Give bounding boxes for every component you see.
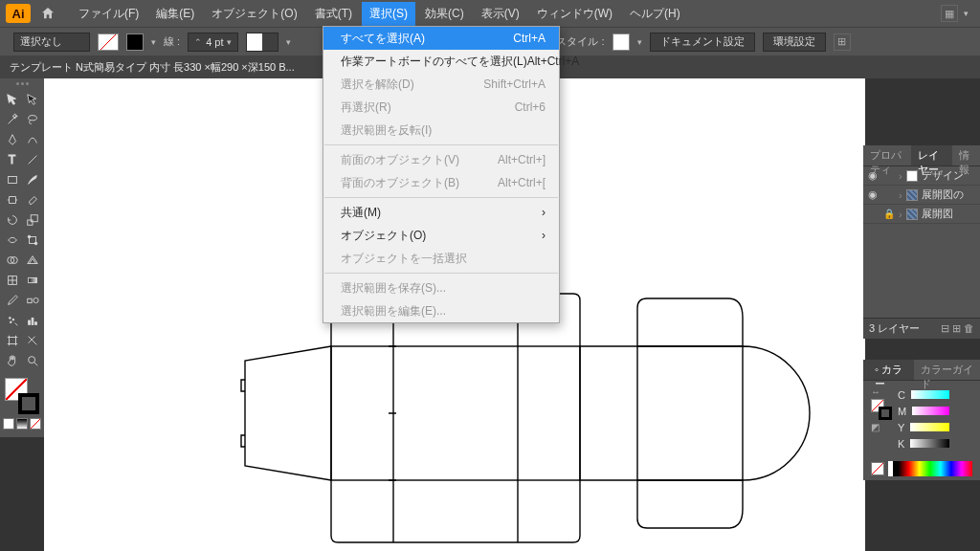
menu-file[interactable]: ファイル(F) bbox=[71, 2, 146, 26]
shape-builder-tool-icon[interactable] bbox=[3, 251, 22, 270]
menu-effect[interactable]: 効果(C) bbox=[417, 2, 472, 26]
menu-item[interactable]: 共通(M) bbox=[323, 201, 559, 224]
menu-edit[interactable]: 編集(E) bbox=[148, 2, 202, 26]
color-sync-icon[interactable]: ↔ bbox=[871, 386, 892, 397]
tab-color-guide[interactable]: カラーガイド bbox=[914, 360, 980, 380]
hand-tool-icon[interactable] bbox=[3, 351, 22, 370]
eyedropper-tool-icon[interactable] bbox=[3, 291, 22, 310]
menu-item: 選択範囲を編集(E)... bbox=[323, 299, 559, 322]
style-swatch[interactable] bbox=[612, 33, 630, 51]
slider-c[interactable] bbox=[911, 390, 949, 399]
fill-stroke-control[interactable] bbox=[3, 376, 41, 416]
line-tool-icon[interactable] bbox=[23, 150, 42, 169]
visibility-icon[interactable]: ◉ bbox=[866, 188, 880, 201]
none-swatch-icon[interactable] bbox=[871, 462, 884, 475]
channel-m-label: M bbox=[898, 406, 906, 417]
slider-m[interactable] bbox=[912, 407, 949, 415]
none-mode-icon[interactable] bbox=[30, 418, 41, 430]
spectrum-strip[interactable] bbox=[888, 461, 972, 476]
selection-type-dropdown[interactable]: 選択なし bbox=[13, 33, 90, 52]
layers-panel: プロパティ レイヤー 情報 ◉ › デザイン◉ › 展開図の 🔒 › 展開図 3… bbox=[863, 145, 980, 339]
menu-item: 選択範囲を保存(S)... bbox=[323, 276, 559, 299]
mesh-tool-icon[interactable] bbox=[3, 271, 22, 290]
layer-name: デザイン bbox=[922, 168, 977, 183]
type-tool-icon[interactable]: T bbox=[3, 150, 22, 169]
menu-object[interactable]: オブジェクト(O) bbox=[204, 2, 304, 26]
app-logo[interactable]: Ai bbox=[6, 4, 31, 23]
svg-point-22 bbox=[28, 357, 34, 364]
svg-rect-13 bbox=[27, 298, 31, 302]
gradient-mode-icon[interactable] bbox=[16, 418, 28, 430]
rectangle-tool-icon[interactable] bbox=[3, 170, 22, 189]
menu-view[interactable]: 表示(V) bbox=[474, 2, 527, 26]
stroke-swatch[interactable] bbox=[126, 33, 144, 51]
menu-item: オブジェクトを一括選択 bbox=[323, 247, 559, 270]
slice-tool-icon[interactable] bbox=[23, 331, 42, 350]
artboard-tool-icon[interactable] bbox=[3, 331, 22, 350]
layer-count: 3 レイヤー bbox=[869, 321, 920, 336]
direct-selection-tool-icon[interactable] bbox=[23, 90, 42, 109]
magic-wand-tool-icon[interactable] bbox=[3, 110, 22, 129]
layer-swatch bbox=[906, 189, 918, 201]
paintbrush-tool-icon[interactable] bbox=[23, 170, 42, 189]
home-icon[interactable] bbox=[36, 4, 59, 23]
lock-icon[interactable]: 🔒 bbox=[883, 209, 895, 219]
cube-icon[interactable]: ◩ bbox=[871, 422, 892, 432]
tab-properties[interactable]: プロパティ bbox=[863, 145, 911, 165]
free-transform-tool-icon[interactable] bbox=[23, 231, 42, 250]
chevron-down-icon[interactable]: ▾ bbox=[964, 9, 969, 18]
gradient-tool-icon[interactable] bbox=[23, 271, 42, 290]
layer-name: 展開図 bbox=[922, 207, 977, 221]
shaper-tool-icon[interactable] bbox=[3, 190, 22, 209]
selection-tool-icon[interactable] bbox=[3, 90, 22, 109]
tab-color[interactable]: ◦ カラー bbox=[863, 360, 914, 380]
align-icon[interactable]: ⊞ bbox=[834, 33, 851, 51]
eraser-tool-icon[interactable] bbox=[23, 190, 42, 209]
panel-grip[interactable] bbox=[3, 82, 41, 88]
slider-k[interactable] bbox=[910, 439, 949, 448]
svg-text:T: T bbox=[8, 153, 15, 166]
svg-point-0 bbox=[28, 116, 36, 121]
stroke-profile-dropdown[interactable] bbox=[246, 33, 278, 52]
svg-rect-21 bbox=[9, 338, 15, 344]
layers-footer-icons[interactable]: ⊟ ⊞ 🗑 bbox=[941, 322, 974, 335]
menu-type[interactable]: 書式(T) bbox=[307, 2, 360, 26]
menu-help[interactable]: ヘルプ(H) bbox=[622, 2, 688, 26]
stroke-weight-field[interactable]: ⌃4 pt▾ bbox=[188, 33, 238, 52]
menu-item[interactable]: オブジェクト(O) bbox=[323, 224, 559, 247]
pen-tool-icon[interactable] bbox=[3, 130, 22, 149]
layer-row[interactable]: ◉ › 展開図の bbox=[863, 186, 980, 205]
fill-swatch[interactable] bbox=[98, 33, 119, 51]
visibility-icon[interactable]: ◉ bbox=[866, 169, 880, 182]
menu-window[interactable]: ウィンドウ(W) bbox=[529, 2, 620, 26]
color-fill-stroke[interactable] bbox=[871, 399, 892, 420]
workspace-switcher-icon[interactable]: ▦ bbox=[941, 5, 958, 22]
menu-item: 再選択(R)Ctrl+6 bbox=[323, 96, 559, 119]
document-setup-button[interactable]: ドキュメント設定 bbox=[650, 33, 755, 52]
zoom-tool-icon[interactable] bbox=[23, 351, 42, 370]
blend-tool-icon[interactable] bbox=[23, 291, 42, 310]
tab-info[interactable]: 情報 bbox=[952, 145, 980, 165]
rotate-tool-icon[interactable] bbox=[3, 210, 22, 230]
menu-item[interactable]: すべてを選択(A)Ctrl+A bbox=[323, 27, 559, 50]
menu-select[interactable]: 選択(S) bbox=[362, 2, 415, 26]
tab-layers[interactable]: レイヤー bbox=[911, 145, 952, 165]
preferences-button[interactable]: 環境設定 bbox=[763, 33, 826, 52]
width-tool-icon[interactable] bbox=[3, 231, 22, 250]
column-graph-tool-icon[interactable] bbox=[23, 311, 42, 330]
color-mode-icon[interactable] bbox=[3, 418, 14, 430]
symbol-sprayer-tool-icon[interactable] bbox=[3, 311, 22, 330]
select-menu-dropdown: すべてを選択(A)Ctrl+A作業アートボードのすべてを選択(L)Alt+Ctr… bbox=[323, 26, 560, 323]
layer-swatch bbox=[906, 209, 918, 220]
stroke-color-icon[interactable] bbox=[18, 393, 39, 414]
stroke-label: 線 : bbox=[164, 34, 180, 49]
layer-row[interactable]: 🔒 › 展開図 bbox=[863, 205, 980, 224]
scale-tool-icon[interactable] bbox=[23, 210, 42, 230]
perspective-grid-tool-icon[interactable] bbox=[23, 251, 42, 270]
svg-point-17 bbox=[10, 321, 11, 323]
lasso-tool-icon[interactable] bbox=[23, 110, 42, 129]
color-panel: ◦ カラー カラーガイド ↔ ◩ C M Y K bbox=[863, 360, 980, 480]
slider-y[interactable] bbox=[910, 423, 949, 431]
menu-item[interactable]: 作業アートボードのすべてを選択(L)Alt+Ctrl+A bbox=[323, 50, 559, 73]
curvature-tool-icon[interactable] bbox=[23, 130, 42, 149]
